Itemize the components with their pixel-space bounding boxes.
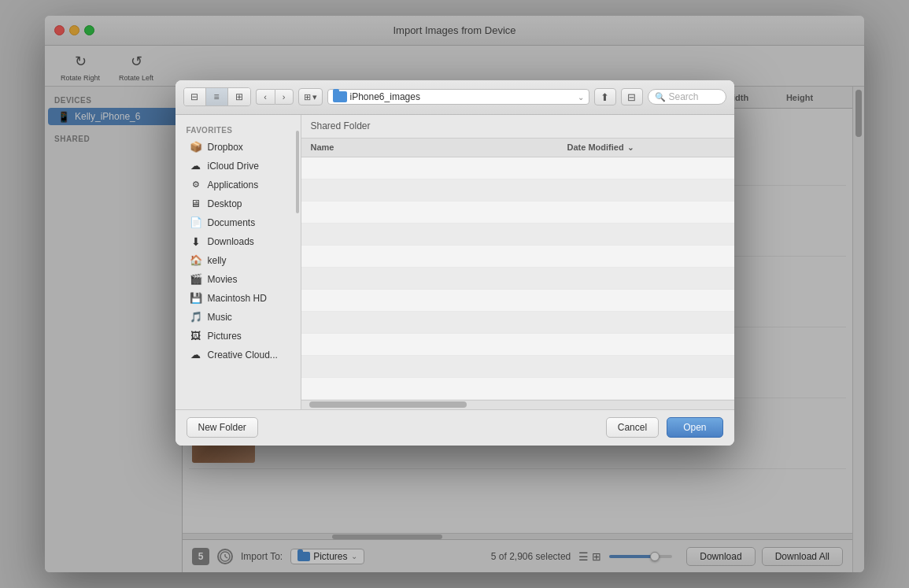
dialog-sidebar-label-applications: Applications [208,179,259,190]
dialog-body: Favorites 📦 Dropbox ☁ iCloud Drive ⚙ App… [176,115,734,409]
location-chevron-icon: ⌄ [578,93,584,102]
tag-button[interactable]: ⊟ [621,88,643,105]
cancel-button[interactable]: Cancel [606,417,659,438]
file-row [301,246,734,268]
more-view-button[interactable]: ⊞ ▾ [298,88,323,105]
dialog-sidebar-item-documents[interactable]: 📄 Documents [179,213,297,232]
file-row [301,290,734,312]
dialog-sidebar-label-desktop: Desktop [208,198,242,209]
nav-btn-group: ‹ › [256,89,294,105]
dialog-footer: New Folder Cancel Open [176,409,734,446]
file-col-date: Date Modified ⌄ [567,142,725,152]
dialog-file-area: Shared Folder Name Date Modified ⌄ [301,115,734,409]
pictures-icon: 🖼 [190,330,202,342]
dialog-sidebar-item-movies[interactable]: 🎬 Movies [179,270,297,289]
file-row [301,356,734,378]
downloads-icon: ⬇ [190,235,202,248]
location-bar[interactable]: iPhone6_images ⌄ [327,89,589,105]
macintosh-icon: 💾 [190,292,202,305]
location-folder-icon [333,91,347,102]
file-row [301,202,734,224]
dialog-sidebar-label-downloads: Downloads [208,236,254,247]
dialog-sidebar-item-macintosh[interactable]: 💾 Macintosh HD [179,289,297,308]
list-view-btn[interactable]: ≡ [206,88,228,105]
dialog-sidebar-item-music[interactable]: 🎵 Music [179,308,297,327]
dialog-sidebar-item-dropbox[interactable]: 📦 Dropbox [179,138,297,157]
file-row [301,334,734,356]
dialog-horizontal-scrollbar[interactable] [301,400,734,409]
dialog-sidebar-item-desktop[interactable]: 🖥 Desktop [179,194,297,213]
file-col-name: Name [311,142,567,152]
dialog-file-header: Shared Folder [301,115,734,139]
file-row [301,179,734,202]
dialog-sidebar: Favorites 📦 Dropbox ☁ iCloud Drive ⚙ App… [176,115,301,409]
dialog-sidebar-label-pictures: Pictures [208,331,242,342]
more-chevron-icon: ▾ [312,92,317,102]
file-col-date-label: Date Modified [567,142,624,152]
file-row [301,157,734,179]
file-dialog: ⊟ ≡ ⊞ ‹ › ⊞ ▾ iPhone6_images ⌄ ⬆ ⊟ [176,80,734,446]
open-button[interactable]: Open [667,417,722,438]
file-row [301,224,734,246]
view-mode-group: ⊟ ≡ ⊞ [183,87,251,106]
favorites-label: Favorites [176,123,301,138]
search-placeholder: Search [669,91,699,102]
dialog-overlay: ⊟ ≡ ⊞ ‹ › ⊞ ▾ iPhone6_images ⌄ ⬆ ⊟ [0,0,909,588]
movies-icon: 🎬 [190,273,202,286]
dialog-sidebar-item-applications[interactable]: ⚙ Applications [179,176,297,194]
file-list-header: Name Date Modified ⌄ [301,139,734,157]
dialog-sidebar-label-music: Music [208,312,232,323]
music-icon: 🎵 [190,311,202,324]
file-list [301,157,734,400]
desktop-icon: 🖥 [190,198,202,210]
dialog-sidebar-label-kelly: kelly [208,255,227,266]
more-view-icon: ⊞ [304,92,311,102]
back-nav-button[interactable]: ‹ [256,89,275,105]
new-folder-button[interactable]: New Folder [187,417,258,438]
sort-chevron-icon: ⌄ [627,143,634,152]
dialog-sidebar-label-documents: Documents [208,217,256,228]
icon-view-btn[interactable]: ⊞ [228,88,250,105]
dialog-toolbar: ⊟ ≡ ⊞ ‹ › ⊞ ▾ iPhone6_images ⌄ ⬆ ⊟ [176,80,734,115]
file-row [301,378,734,400]
dialog-sidebar-label-icloud: iCloud Drive [208,161,259,172]
dialog-sidebar-item-icloud[interactable]: ☁ iCloud Drive [179,157,297,176]
file-row [301,312,734,334]
location-text: iPhone6_images [350,91,575,102]
file-row [301,268,734,290]
forward-nav-button[interactable]: › [275,89,294,105]
applications-icon: ⚙ [190,179,202,191]
kelly-icon: 🏠 [190,254,202,267]
dialog-sidebar-item-kelly[interactable]: 🏠 kelly [179,251,297,270]
dialog-sidebar-label-creativecloud: Creative Cloud... [208,349,278,361]
share-button[interactable]: ⬆ [594,88,616,105]
dropbox-icon: 📦 [190,141,202,153]
hscroll-thumb [309,401,467,408]
dialog-sidebar-label-macintosh: Macintosh HD [208,293,267,304]
dialog-sidebar-item-downloads[interactable]: ⬇ Downloads [179,232,297,251]
column-view-btn[interactable]: ⊟ [184,88,206,105]
search-field[interactable]: 🔍 Search [648,89,726,105]
creativecloud-icon: ☁ [190,349,202,361]
dialog-sidebar-label-dropbox: Dropbox [208,142,243,153]
search-icon: 🔍 [655,92,666,102]
dialog-sidebar-item-pictures[interactable]: 🖼 Pictures [179,327,297,346]
documents-icon: 📄 [190,216,202,229]
dialog-folder-title: Shared Folder [311,120,371,131]
dialog-sidebar-item-creativecloud[interactable]: ☁ Creative Cloud... [179,346,297,364]
dialog-sidebar-label-movies: Movies [208,274,238,285]
icloud-icon: ☁ [190,160,202,172]
